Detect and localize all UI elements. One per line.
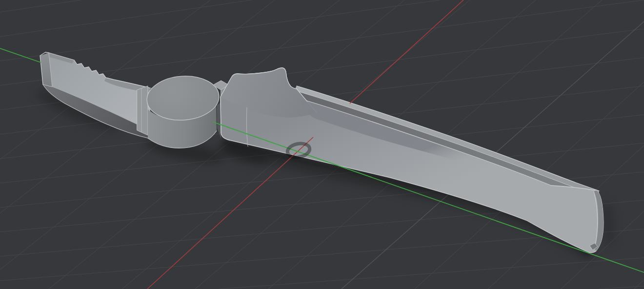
x-axis-line (147, 137, 313, 289)
boss-block-gap-face[interactable] (217, 103, 221, 139)
x-axis-line (350, 0, 463, 103)
grid-line-y (0, 286, 644, 289)
viewport-canvas[interactable] (0, 0, 644, 289)
grid-line-y (0, 0, 644, 37)
pivot-link-face[interactable] (137, 86, 148, 135)
grid-line-y (0, 258, 644, 289)
grid-line-x (634, 0, 644, 289)
grid-line-y (0, 0, 644, 61)
grid-line-y (0, 0, 644, 12)
3d-viewport[interactable] (0, 0, 644, 289)
